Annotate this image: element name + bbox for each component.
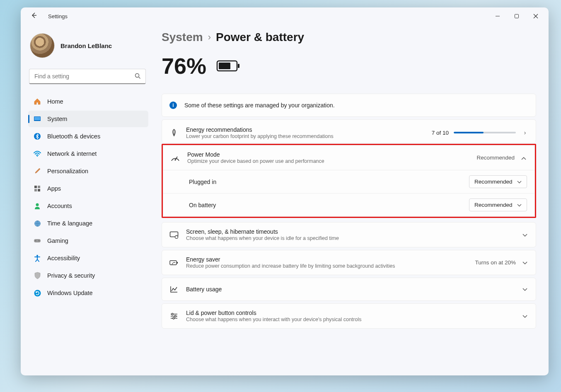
- battery-percent: 76%: [162, 53, 206, 79]
- chevron-down-icon: [517, 179, 522, 185]
- sidebar: Brandon LeBlanc Home System: [21, 25, 153, 375]
- main: System › Power & battery 76% i Some of t…: [153, 25, 549, 375]
- apps-icon: [33, 184, 41, 193]
- svg-point-35: [174, 315, 176, 317]
- panel-body: Power Mode Optimize your device based on…: [187, 151, 469, 164]
- energy-recommendations-panel[interactable]: Energy recommendations Lower your carbon…: [162, 119, 536, 143]
- search-input[interactable]: [29, 69, 146, 84]
- svg-point-33: [172, 313, 173, 315]
- dropdown-value: Recommended: [474, 202, 513, 208]
- screen-sleep-panel[interactable]: Screen, sleep, & hibernate timeouts Choo…: [162, 222, 536, 247]
- svg-line-5: [139, 77, 140, 78]
- panel-title: Screen, sleep, & hibernate timeouts: [186, 228, 514, 235]
- update-icon: [33, 289, 41, 297]
- panel-right: Turns on at 20%: [475, 259, 528, 266]
- svg-point-14: [36, 203, 39, 206]
- panel-title: Battery usage: [186, 286, 514, 293]
- sidebar-item-label: Bluetooth & devices: [47, 133, 100, 140]
- plugged-in-dropdown[interactable]: Recommended: [469, 175, 527, 188]
- monitor-icon: [169, 231, 179, 239]
- svg-point-9: [37, 156, 38, 157]
- sidebar-item-home[interactable]: Home: [28, 93, 148, 110]
- panel-title: Energy saver: [186, 256, 467, 263]
- svg-point-20: [36, 255, 38, 256]
- close-button[interactable]: [526, 10, 545, 23]
- lid-power-panel[interactable]: Lid & power button controls Choose what …: [162, 303, 536, 329]
- status-text: Turns on at 20%: [475, 259, 516, 266]
- sidebar-item-label: System: [47, 116, 67, 122]
- sidebar-item-time[interactable]: Time & language: [28, 215, 148, 232]
- sidebar-item-label: Windows Update: [47, 290, 93, 296]
- back-button[interactable]: [28, 10, 40, 22]
- svg-rect-7: [34, 117, 40, 120]
- svg-rect-11: [38, 186, 40, 188]
- sidebar-item-gaming[interactable]: Gaming: [28, 232, 148, 249]
- sidebar-item-accounts[interactable]: Accounts: [28, 198, 148, 214]
- minimize-button[interactable]: [488, 10, 507, 23]
- window-controls: [488, 10, 545, 23]
- info-banner: i Some of these settings are managed by …: [162, 94, 536, 117]
- maximize-button[interactable]: [507, 10, 526, 23]
- sidebar-item-personalization[interactable]: Personalization: [28, 163, 148, 179]
- chart-icon: [169, 286, 179, 293]
- dropdown-value: Recommended: [474, 179, 513, 185]
- search-wrap: [29, 69, 146, 84]
- chevron-down-icon: [517, 202, 522, 208]
- panel-subtitle: Choose what happens when you interact wi…: [186, 317, 514, 322]
- svg-point-27: [174, 159, 176, 160]
- on-battery-row: On battery Recommended: [163, 193, 534, 216]
- battery-usage-panel[interactable]: Battery usage: [162, 278, 536, 301]
- on-battery-label: On battery: [189, 202, 216, 208]
- chevron-down-icon: [522, 286, 528, 293]
- system-icon: [33, 115, 41, 123]
- panel-right: Recommended: [476, 155, 527, 161]
- breadcrumb-separator: ›: [208, 32, 211, 43]
- sidebar-item-update[interactable]: Windows Update: [28, 285, 148, 301]
- controls-icon: [169, 313, 179, 319]
- svg-rect-17: [34, 239, 41, 242]
- breadcrumb-parent[interactable]: System: [162, 31, 203, 44]
- highlight-annotation: Power Mode Optimize your device based on…: [162, 144, 536, 218]
- chevron-up-icon: [520, 155, 527, 161]
- sidebar-item-privacy[interactable]: Privacy & security: [28, 267, 148, 284]
- progress: 7 of 10: [432, 130, 516, 136]
- sidebar-item-system[interactable]: System: [28, 111, 148, 127]
- chevron-right-icon: ›: [522, 129, 528, 136]
- svg-point-18: [35, 240, 36, 241]
- search-icon: [135, 73, 141, 80]
- panel-title: Power Mode: [187, 151, 469, 158]
- breadcrumb: System › Power & battery: [162, 31, 536, 44]
- svg-point-37: [173, 317, 174, 319]
- gauge-icon: [171, 154, 180, 162]
- sidebar-item-label: Gaming: [47, 237, 68, 244]
- on-battery-dropdown[interactable]: Recommended: [469, 198, 527, 211]
- profile[interactable]: Brandon LeBlanc: [28, 30, 148, 65]
- plugged-in-label: Plugged in: [189, 179, 216, 185]
- summary-value: Recommended: [476, 155, 515, 161]
- avatar: [30, 33, 55, 58]
- panel-body: Screen, sleep, & hibernate timeouts Choo…: [186, 228, 514, 241]
- window-title: Settings: [48, 13, 68, 19]
- sidebar-item-apps[interactable]: Apps: [28, 180, 148, 197]
- panel-subtitle: Reduce power consumption and increase ba…: [186, 263, 467, 269]
- globe-clock-icon: [33, 219, 41, 227]
- sidebar-item-accessibility[interactable]: Accessibility: [28, 250, 148, 266]
- plugged-in-row: Plugged in Recommended: [163, 170, 534, 193]
- svg-rect-12: [34, 189, 37, 191]
- info-icon: i: [169, 102, 177, 109]
- titlebar-left: Settings: [28, 10, 68, 22]
- svg-rect-23: [238, 64, 239, 68]
- sidebar-item-bluetooth[interactable]: Bluetooth & devices: [28, 128, 148, 145]
- shield-icon: [33, 271, 41, 280]
- energy-saver-panel[interactable]: Energy saver Reduce power consumption an…: [162, 250, 536, 275]
- power-mode-header[interactable]: Power Mode Optimize your device based on…: [163, 145, 534, 170]
- accessibility-icon: [33, 254, 41, 262]
- sidebar-item-label: Personalization: [47, 168, 88, 174]
- svg-rect-1: [515, 15, 519, 18]
- sidebar-item-label: Home: [47, 98, 63, 105]
- wifi-icon: [33, 150, 41, 158]
- progress-fill: [454, 132, 484, 133]
- sidebar-item-network[interactable]: Network & internet: [28, 145, 148, 162]
- panel-title: Energy recommendations: [186, 126, 424, 133]
- leaf-icon: [169, 128, 179, 137]
